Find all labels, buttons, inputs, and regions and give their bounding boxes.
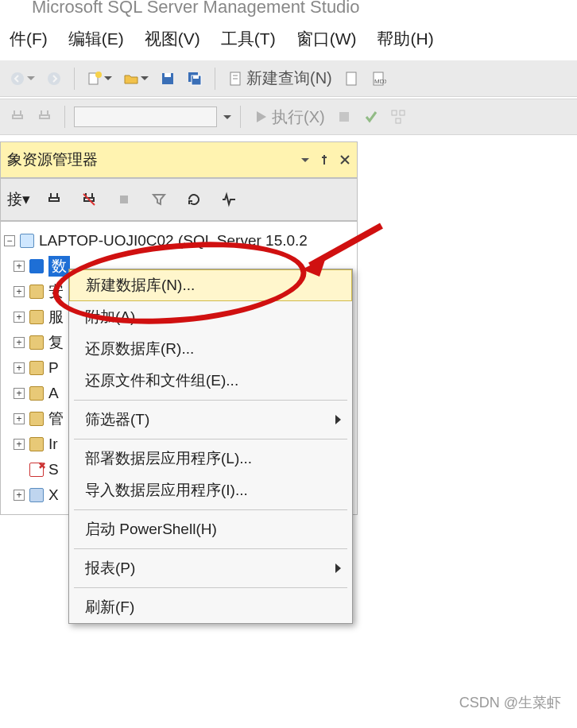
context-menu-item-label: 筛选器(T) [85,409,149,430]
context-menu-item-label: 启动 PowerShell(H) [85,519,217,540]
context-menu-item[interactable]: 新建数据库(N)... [69,269,352,301]
svg-rect-5 [165,73,171,77]
new-project-button[interactable] [83,68,115,90]
script-button-2[interactable]: MDX [367,68,389,90]
save-button[interactable] [157,68,179,90]
tree-node-label: 安 [48,281,64,302]
context-menu-item[interactable]: 启动 PowerShell(H) [69,513,352,545]
context-menu-item[interactable]: 还原文件和文件组(E)... [69,365,352,397]
nav-back-button[interactable] [6,68,38,90]
expand-icon[interactable]: + [14,439,25,450]
folder-icon: ✖ [29,463,44,477]
menu-help[interactable]: 帮助(H) [369,23,441,55]
context-menu-item[interactable]: 附加(A)... [69,301,352,333]
expand-icon[interactable]: + [14,286,25,297]
sql-toolbar: 执行(X) [0,99,577,135]
tree-node-label: A [48,385,59,402]
close-icon[interactable] [339,154,350,165]
object-explorer-toolbar: 接▾ [0,178,358,221]
menu-separator [74,400,347,401]
svg-rect-20 [120,196,128,203]
folder-icon [29,361,44,375]
new-query-label: 新建查询(N) [246,68,332,89]
collapse-icon[interactable]: − [4,235,15,246]
context-menu-item[interactable]: 刷新(F) [69,591,352,623]
context-menu-item-label: 还原文件和文件组(E)... [85,370,238,391]
activity-icon[interactable] [218,188,240,211]
menu-separator [74,587,347,588]
context-menu-item[interactable]: 还原数据库(R)... [69,333,352,365]
parse-button[interactable] [360,106,382,128]
database-icon [29,259,44,273]
connect-button[interactable] [6,106,29,128]
svg-point-1 [48,72,60,85]
filter-icon[interactable] [148,188,170,211]
tree-node-label: Ir [48,436,58,453]
context-menu: 新建数据库(N)...附加(A)...还原数据库(R)...还原文件和文件组(E… [68,269,353,624]
context-menu-item[interactable]: 导入数据层应用程序(I)... [69,474,352,506]
plan-button[interactable] [387,106,409,128]
tree-node-label: 服 [48,307,64,327]
refresh-icon[interactable] [183,188,205,211]
toolbar-separator [64,106,65,128]
tree-node-label: 数 [48,256,70,277]
change-connection-button[interactable] [33,106,56,128]
server-icon [20,234,34,248]
expand-icon[interactable]: + [14,490,25,501]
menu-view[interactable]: 视图(V) [137,23,208,55]
script-button-1[interactable] [340,68,362,90]
tree-node-label: X [48,486,59,504]
svg-text:MDX: MDX [374,78,386,85]
stop-icon[interactable] [113,188,135,211]
object-explorer-header: 象资源管理器 [0,141,358,178]
context-menu-item-label: 还原数据库(R)... [85,339,194,359]
folder-icon [29,386,44,401]
expand-icon[interactable]: + [14,362,25,374]
stop-button[interactable] [333,106,355,128]
tree-node-label: 复 [48,332,64,353]
pin-icon[interactable] [319,154,330,165]
chevron-down-icon [141,76,149,80]
database-dropdown[interactable] [74,106,217,127]
folder-icon [29,285,44,299]
expand-icon[interactable]: + [14,312,25,323]
context-menu-item-label: 新建数据库(N)... [86,275,195,296]
toolbar-separator [74,68,75,90]
chevron-down-icon [104,76,112,80]
disconnect-icon[interactable] [78,188,100,211]
folder-icon [29,310,44,324]
new-query-button[interactable]: 新建查询(N) [224,68,335,90]
open-file-button[interactable] [120,68,152,90]
context-menu-item-label: 附加(A)... [85,307,148,327]
folder-icon [29,335,44,350]
expand-icon[interactable]: + [14,337,25,348]
nav-forward-button[interactable] [43,68,65,90]
folder-icon [29,437,44,451]
tree-server-node[interactable]: − LAPTOP-UOJI0C02 (SQL Server 15.0.2 [4,228,354,254]
expand-icon[interactable]: + [14,388,25,399]
app-title: Microsoft SQL Server Management Studio [32,0,359,17]
server-label: LAPTOP-UOJI0C02 (SQL Server 15.0.2 [39,232,308,250]
tree-node-label: 管 [48,409,64,429]
svg-rect-12 [347,72,356,85]
menu-window[interactable]: 窗口(W) [288,23,365,55]
chevron-down-icon [223,115,231,119]
context-menu-item[interactable]: 报表(P) [69,552,352,584]
execute-button[interactable]: 执行(X) [250,106,328,128]
save-all-button[interactable] [184,68,206,90]
execute-label: 执行(X) [272,106,325,128]
context-menu-item[interactable]: 筛选器(T) [69,404,352,436]
expand-icon[interactable]: + [14,413,25,424]
menu-tools[interactable]: 工具(T) [213,23,284,55]
panel-menu-icon[interactable] [301,158,309,162]
context-menu-item[interactable]: 部署数据层应用程序(L)... [69,443,352,474]
svg-point-0 [11,72,24,85]
expand-icon[interactable]: + [14,261,25,272]
menu-file[interactable]: 件(F) [2,23,56,55]
menu-edit[interactable]: 编辑(E) [60,23,132,55]
context-menu-item-label: 部署数据层应用程序(L)... [85,448,252,469]
menu-separator [74,439,347,440]
connect-icon[interactable] [43,188,65,211]
menu-separator [74,548,347,549]
connect-dropdown[interactable]: 接▾ [7,189,30,210]
